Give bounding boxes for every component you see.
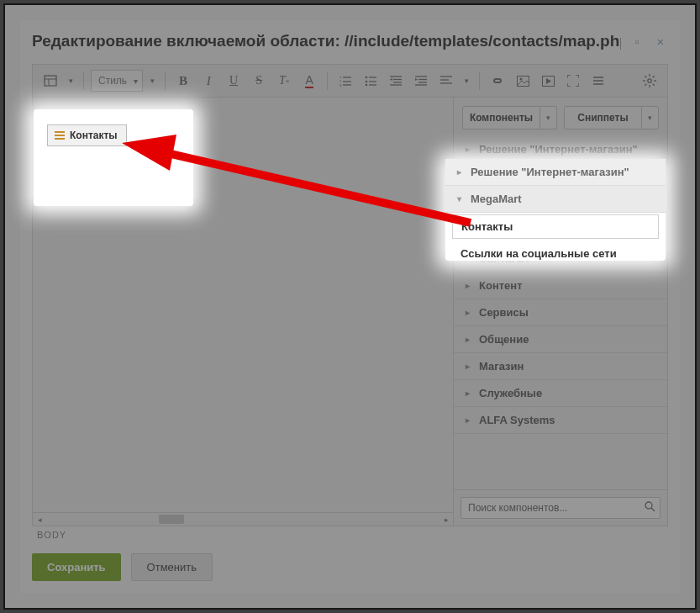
list-ordered-button[interactable]: 123 <box>334 70 356 92</box>
svg-point-35 <box>648 79 651 82</box>
outdent-button[interactable] <box>385 70 407 92</box>
svg-point-29 <box>519 77 522 80</box>
tree-item-label: Сервисы <box>479 306 529 319</box>
chevron-down-icon[interactable]: ▾ <box>540 106 557 129</box>
svg-line-42 <box>645 84 646 86</box>
tree-item-label: MegaMart <box>479 170 530 182</box>
tree-item-sites24[interactable]: ▸ Сайты 24 <box>454 245 667 272</box>
tree-child-label: Ссылки на социальные сети <box>469 223 625 235</box>
list-bullet-button[interactable] <box>360 70 382 92</box>
fullscreen-button[interactable] <box>562 70 584 92</box>
tree-item-services[interactable]: ▸ Сервисы <box>454 299 667 326</box>
tree-item-label: Общение <box>479 333 529 346</box>
side-panel: Компоненты ▾ Сниппеты ▾ ▸ Решение "Интер… <box>453 98 667 526</box>
tree-item-solution-shop[interactable]: ▸ Решение "Интернет-магазин" <box>454 136 667 163</box>
tree-item-label: ALFA Systems <box>479 414 555 426</box>
more-button[interactable] <box>587 70 609 92</box>
video-button[interactable] <box>537 70 559 92</box>
svg-line-40 <box>645 76 646 77</box>
style-dropdown-icon[interactable]: ▾ <box>146 70 158 92</box>
side-tabs: Компоненты ▾ Сниппеты ▾ <box>454 98 667 136</box>
tab-components[interactable]: Компоненты ▾ <box>462 106 557 129</box>
chevron-right-icon: ▸ <box>466 415 474 425</box>
tree-item-content[interactable]: ▸ Контент <box>454 272 667 299</box>
chevron-right-icon: ▸ <box>466 335 474 344</box>
tree-child-social[interactable]: Ссылки на социальные сети <box>469 219 661 239</box>
svg-line-41 <box>653 84 655 86</box>
chevron-right-icon: ▸ <box>466 254 474 263</box>
align-button[interactable] <box>435 70 457 92</box>
scroll-left-icon[interactable]: ◂ <box>33 513 46 526</box>
tree-item-label: Служебные <box>479 387 542 399</box>
dialog-title: Редактирование включаемой области: //inc… <box>32 32 621 50</box>
tree-item-megamart[interactable]: ▾ MegaMart <box>454 162 667 190</box>
tree-item-label: Решение "Интернет-магазин" <box>479 143 638 156</box>
clear-format-button[interactable]: T× <box>273 70 295 92</box>
scroll-right-icon[interactable]: ▸ <box>439 513 453 526</box>
dialog-footer: Сохранить Отменить <box>20 545 680 593</box>
toolbar-separator <box>165 71 166 90</box>
svg-point-11 <box>366 81 368 83</box>
save-button[interactable]: Сохранить <box>32 553 121 581</box>
editor-body: Контакты ◂ ▸ Компоненты ▾ Сниппеты <box>32 98 668 526</box>
tree-item-system[interactable]: ▸ Служебные <box>454 379 667 407</box>
svg-marker-16 <box>390 78 392 81</box>
tree-item-label: Магазин <box>479 360 524 373</box>
style-select[interactable]: Стиль <box>91 70 143 92</box>
chevron-right-icon: ▸ <box>466 281 474 290</box>
align-dropdown-icon[interactable]: ▾ <box>461 70 472 92</box>
tree-item-shop[interactable]: ▸ Магазин <box>454 352 667 380</box>
chevron-right-icon: ▸ <box>466 388 474 398</box>
tree-child-contacts[interactable]: Контакты <box>461 192 661 216</box>
toolbar-separator <box>327 71 328 90</box>
horizontal-scrollbar[interactable]: ◂ ▸ <box>33 512 453 526</box>
tree-item-label: Сайты 24 <box>479 252 529 265</box>
close-icon[interactable]: × <box>653 34 668 49</box>
chevron-down-icon[interactable]: ▾ <box>642 106 659 129</box>
cancel-button[interactable]: Отменить <box>131 553 213 581</box>
search-input[interactable] <box>461 497 661 519</box>
indent-button[interactable] <box>410 70 432 92</box>
scroll-thumb[interactable] <box>159 515 184 524</box>
dialog-titlebar: Редактирование включаемой области: //inc… <box>20 20 680 59</box>
svg-marker-21 <box>415 78 418 81</box>
tree-child-label: Контакты <box>470 198 521 210</box>
component-icon <box>55 119 66 128</box>
template-dropdown-icon[interactable]: ▾ <box>65 70 76 92</box>
strike-button[interactable]: S <box>248 70 270 92</box>
chevron-right-icon: ▸ <box>466 362 474 371</box>
svg-point-44 <box>645 502 652 509</box>
svg-point-13 <box>366 84 368 87</box>
chevron-right-icon: ▸ <box>466 308 474 317</box>
underline-button[interactable]: U <box>223 70 245 92</box>
bold-button[interactable]: B <box>172 70 194 92</box>
search-icon[interactable] <box>645 501 655 515</box>
component-chip[interactable]: Контакты <box>48 113 128 135</box>
dialog-window: Редактирование включаемой области: //inc… <box>20 20 680 593</box>
image-button[interactable] <box>512 70 534 92</box>
maximize-icon[interactable]: ▫ <box>629 34 645 49</box>
toolbar-separator <box>83 71 84 90</box>
tab-snippets[interactable]: Сниппеты ▾ <box>564 106 659 129</box>
tree-item-communication[interactable]: ▸ Общение <box>454 325 667 353</box>
svg-line-43 <box>653 76 655 77</box>
toolbar-separator <box>479 71 480 90</box>
text-color-button[interactable]: A <box>298 70 320 92</box>
svg-rect-0 <box>45 76 56 86</box>
svg-text:3: 3 <box>339 83 342 87</box>
link-button[interactable] <box>487 70 508 92</box>
italic-button[interactable]: I <box>197 70 219 92</box>
component-chip-label: Контакты <box>71 118 118 129</box>
chevron-right-icon: ▸ <box>466 145 474 154</box>
tree-item-label: Контент <box>479 279 523 292</box>
chevron-down-icon: ▾ <box>466 172 474 181</box>
status-path: BODY <box>32 526 668 543</box>
settings-button[interactable] <box>639 70 661 92</box>
tree-item-alfa[interactable]: ▸ ALFA Systems <box>454 406 667 434</box>
svg-point-9 <box>366 77 368 79</box>
search-row <box>454 489 667 526</box>
editor-toolbar: ▾ Стиль ▾ B I U S T× A 123 <box>32 64 668 98</box>
svg-line-45 <box>651 508 655 511</box>
template-icon[interactable] <box>39 70 61 92</box>
editor-canvas[interactable]: Контакты ◂ ▸ <box>33 98 453 526</box>
